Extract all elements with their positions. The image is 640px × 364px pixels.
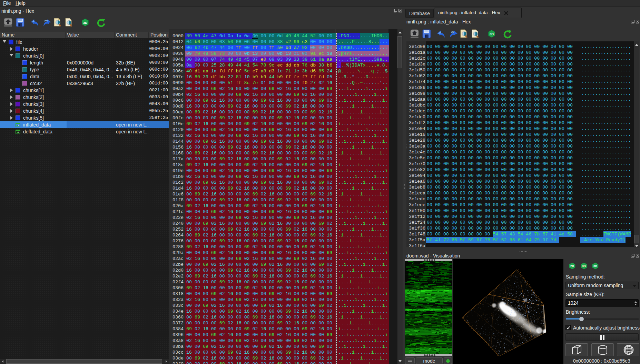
svg-text:2D: 2D xyxy=(570,264,574,268)
svg-text:3D: 3D xyxy=(593,264,597,268)
svg-text:3D: 3D xyxy=(490,32,494,36)
svg-text:3D: 3D xyxy=(582,264,586,268)
svg-text:3D: 3D xyxy=(83,21,87,24)
